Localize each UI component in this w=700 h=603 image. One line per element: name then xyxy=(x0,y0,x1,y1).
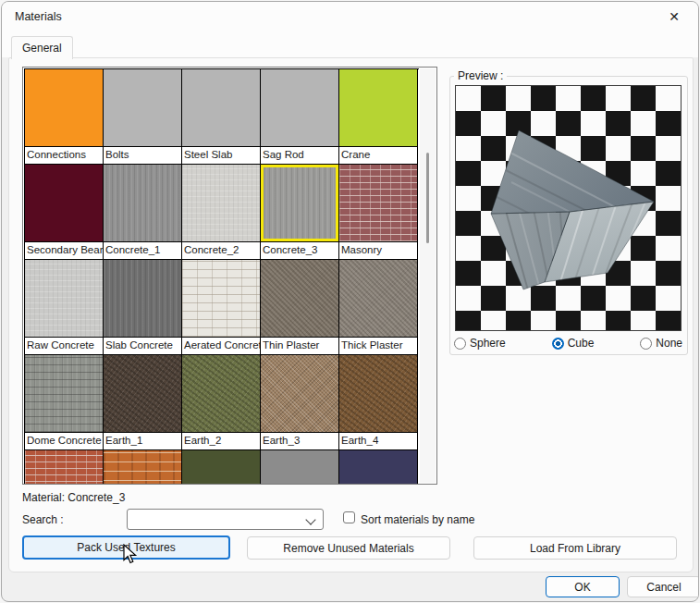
material-label: Crane xyxy=(339,146,417,164)
preview-label: Preview : xyxy=(454,69,507,82)
material-item[interactable]: Concrete_3 xyxy=(261,165,339,260)
material-item[interactable] xyxy=(182,450,261,485)
radio-icon xyxy=(640,338,652,350)
chevron-down-icon[interactable] xyxy=(305,514,315,524)
tab-general[interactable]: General xyxy=(11,36,73,59)
material-item[interactable]: Earth_2 xyxy=(182,355,261,450)
material-label: Steel Slab xyxy=(182,146,260,164)
preview-group: SphereCubeNone xyxy=(449,76,688,355)
material-label: Earth_3 xyxy=(261,432,338,449)
radio-label: Cube xyxy=(568,337,595,350)
pack-used-textures-button[interactable]: Pack Used Textures xyxy=(22,535,230,560)
material-item[interactable] xyxy=(104,450,182,485)
material-swatch xyxy=(339,69,417,146)
material-item[interactable]: Crane xyxy=(339,69,418,165)
material-swatch xyxy=(339,450,417,485)
material-swatch xyxy=(25,355,103,432)
radio-label: None xyxy=(656,337,682,350)
radio-sphere[interactable]: Sphere xyxy=(454,337,506,350)
material-label: Bolts xyxy=(104,146,181,164)
preview-mode-radios: SphereCubeNone xyxy=(454,337,682,350)
vertical-scrollbar[interactable] xyxy=(420,68,436,483)
material-item[interactable]: Concrete_2 xyxy=(182,165,261,260)
material-label: Concrete_3 xyxy=(261,241,338,259)
material-label: Raw Concrete xyxy=(25,337,103,354)
material-swatch xyxy=(104,355,181,432)
material-label: Dome Concrete xyxy=(25,432,103,449)
material-item[interactable] xyxy=(261,450,339,485)
material-label: Thick Plaster xyxy=(339,337,417,354)
cancel-button[interactable]: Cancel xyxy=(627,576,699,597)
material-item[interactable] xyxy=(25,450,104,485)
material-swatch xyxy=(182,69,260,146)
material-item[interactable]: Secondary Beam xyxy=(25,165,104,260)
materials-dialog: Materials ✕ General ConnectionsBoltsStee… xyxy=(1,1,699,602)
material-item[interactable]: Sag Rod xyxy=(261,69,339,165)
window-title: Materials xyxy=(15,10,62,23)
preview-cube xyxy=(456,86,681,330)
sort-checkbox-label: Sort materials by name xyxy=(361,513,474,526)
material-item[interactable]: Thick Plaster xyxy=(339,260,418,355)
radio-none[interactable]: None xyxy=(640,337,682,350)
material-swatch xyxy=(25,260,103,337)
material-item[interactable]: Dome Concrete xyxy=(25,355,104,450)
material-item[interactable] xyxy=(339,450,418,485)
scrollbar-thumb[interactable] xyxy=(426,153,429,243)
material-label: Thin Plaster xyxy=(261,337,338,354)
materials-grid: ConnectionsBoltsSteel SlabSag RodCraneSe… xyxy=(24,68,419,485)
material-label: Earth_4 xyxy=(339,432,417,449)
material-item[interactable]: Slab Concrete xyxy=(104,260,182,355)
ok-button[interactable]: OK xyxy=(546,576,620,597)
material-item[interactable]: Raw Concrete xyxy=(25,260,104,355)
material-item[interactable]: Masonry xyxy=(339,165,418,260)
material-item[interactable]: Earth_1 xyxy=(104,355,182,450)
close-icon: ✕ xyxy=(669,9,680,24)
material-item[interactable]: Thin Plaster xyxy=(261,260,339,355)
material-swatch xyxy=(182,260,260,337)
load-from-library-button[interactable]: Load From Library xyxy=(473,536,677,560)
material-swatch xyxy=(182,355,260,432)
radio-cube[interactable]: Cube xyxy=(552,337,595,350)
preview-image xyxy=(455,85,682,331)
remove-unused-materials-button[interactable]: Remove Unused Materials xyxy=(247,536,450,560)
material-item[interactable]: Connections xyxy=(25,69,104,165)
material-swatch xyxy=(339,355,417,432)
material-swatch xyxy=(261,165,338,241)
material-swatch xyxy=(339,260,417,337)
material-label: Sag Rod xyxy=(261,146,338,164)
close-button[interactable]: ✕ xyxy=(660,6,688,27)
material-swatch xyxy=(25,165,103,241)
title-bar xyxy=(2,2,698,57)
material-label: Aerated Concrete xyxy=(182,337,260,354)
material-swatch xyxy=(104,165,181,241)
material-label: Slab Concrete xyxy=(104,337,181,354)
material-item[interactable]: Aerated Concrete xyxy=(182,260,261,355)
material-label: Masonry xyxy=(339,241,417,259)
material-label: Concrete_2 xyxy=(182,241,260,259)
material-swatch xyxy=(104,260,181,337)
material-swatch xyxy=(25,450,103,485)
selected-material-label: Material: Concrete_3 xyxy=(22,491,125,504)
radio-label: Sphere xyxy=(470,337,506,350)
radio-icon xyxy=(454,338,466,350)
search-combobox[interactable] xyxy=(127,509,324,530)
material-item[interactable]: Steel Slab xyxy=(182,69,261,165)
material-label: Concrete_1 xyxy=(104,241,181,259)
search-input[interactable] xyxy=(131,511,301,530)
material-swatch xyxy=(104,450,181,485)
sort-checkbox[interactable] xyxy=(343,511,355,523)
material-label: Secondary Beam xyxy=(25,241,103,259)
material-swatch xyxy=(25,69,103,146)
search-label: Search : xyxy=(22,513,64,526)
material-swatch xyxy=(261,355,338,432)
material-item[interactable]: Concrete_1 xyxy=(104,165,182,260)
radio-icon xyxy=(552,338,564,350)
material-item[interactable]: Earth_4 xyxy=(339,355,418,450)
material-swatch xyxy=(261,260,338,337)
material-swatch xyxy=(104,69,181,146)
material-swatch xyxy=(182,165,260,241)
material-swatch xyxy=(261,69,338,146)
materials-listbox: ConnectionsBoltsSteel SlabSag RodCraneSe… xyxy=(22,67,437,485)
material-item[interactable]: Bolts xyxy=(104,69,182,165)
material-item[interactable]: Earth_3 xyxy=(261,355,339,450)
